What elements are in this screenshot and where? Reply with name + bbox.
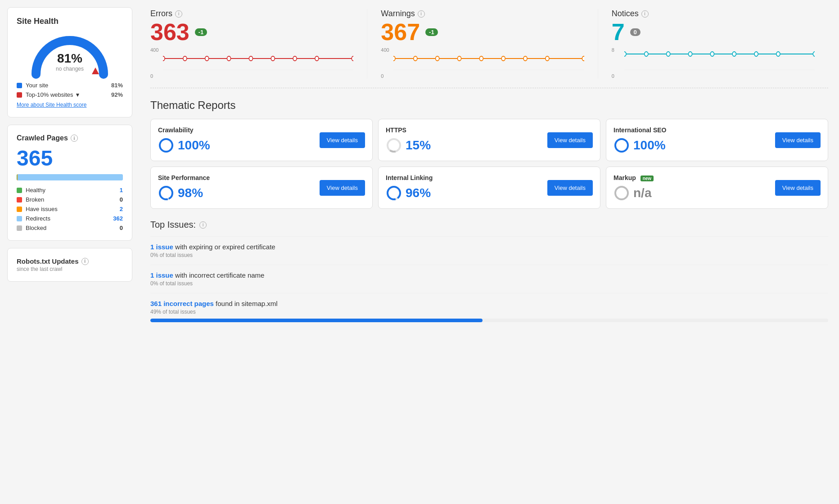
svg-point-20 [523, 56, 527, 61]
issues-list: 1 issue with expiring or expired certifi… [150, 236, 828, 328]
warnings-sparkline-svg [393, 47, 584, 79]
report-https-name: HTTPS [386, 126, 431, 134]
issue-1-link[interactable]: 1 issue [150, 243, 173, 251]
dot-issues [17, 207, 22, 212]
crawled-pages-card: Crawled Pages i 365 Healthy 1 [7, 125, 132, 241]
svg-point-7 [249, 56, 253, 61]
issue-3-sub: 49% of total issues [150, 309, 828, 315]
site-health-card: Site Health 81% no changes [7, 7, 132, 117]
reports-grid: Crawlability 100% View details HTTPS [150, 119, 828, 209]
svg-point-15 [414, 56, 417, 61]
svg-point-39 [160, 187, 172, 199]
your-site-label: Your site [26, 82, 48, 89]
issue-2-link[interactable]: 1 issue [150, 271, 173, 279]
report-markup: Markup new n/a View details [606, 166, 828, 209]
warnings-block: Warnings i 367 -1 400 0 [381, 9, 598, 79]
warnings-label: Warnings i [381, 9, 584, 18]
gauge-text: 81% no changes [17, 51, 123, 72]
gauge-container: 81% no changes [17, 32, 123, 76]
internal-linking-view-btn[interactable]: View details [547, 180, 593, 196]
svg-point-42 [615, 187, 628, 199]
crawled-legend: Healthy 1 Broken 0 Have issues [17, 187, 123, 231]
svg-point-21 [546, 56, 549, 61]
thematic-reports-title: Thematic Reports [150, 99, 828, 112]
legend-have-issues: Have issues 2 [17, 206, 123, 212]
top10-value: 92% [111, 91, 123, 98]
notices-label: Notices i [612, 9, 815, 18]
errors-info-icon[interactable]: i [175, 10, 182, 18]
svg-point-35 [388, 139, 400, 152]
markup-view-btn[interactable]: View details [775, 180, 821, 196]
svg-point-6 [227, 56, 230, 61]
errors-badge: -1 [195, 28, 207, 36]
internal-linking-circle [386, 185, 402, 201]
svg-point-18 [480, 56, 483, 61]
crawled-pages-info-icon[interactable]: i [71, 135, 78, 142]
notices-sparkline-svg [624, 47, 815, 79]
issue-1-sub: 0% of total issues [150, 252, 828, 258]
report-site-perf-score: 98% [158, 185, 210, 201]
issue-3-progress-container [150, 319, 828, 322]
top-issues-info-icon[interactable]: i [199, 221, 207, 229]
legend-blocked: Blocked 0 [17, 225, 123, 231]
issue-3-progress-fill [150, 319, 483, 322]
report-internal-linking-name: Internal Linking [386, 174, 433, 181]
report-crawlability-name: Crawlability [158, 126, 210, 134]
notices-value: 7 0 [612, 20, 815, 44]
https-view-btn[interactable]: View details [547, 132, 593, 148]
report-crawlability-score: 100% [158, 137, 210, 153]
warnings-badge: -1 [425, 28, 438, 36]
svg-point-9 [293, 56, 297, 61]
top-issues-title: Top Issues: i [150, 220, 828, 230]
svg-point-10 [315, 56, 319, 61]
report-internal-linking-score: 96% [386, 185, 433, 201]
robots-title: Robots.txt Updates i [17, 257, 123, 265]
warnings-info-icon[interactable]: i [418, 10, 425, 18]
legend-broken: Broken 0 [17, 196, 123, 203]
robots-subtitle: since the last crawl [17, 266, 123, 272]
gauge-label: no changes [17, 66, 123, 72]
markup-new-badge: new [641, 176, 654, 181]
metrics-row: Errors i 363 -1 400 0 [150, 9, 828, 88]
issue-3-link[interactable]: 361 incorrect pages [150, 300, 214, 307]
notices-sparkline: 8 0 [612, 47, 815, 79]
intl-seo-view-btn[interactable]: View details [775, 132, 821, 148]
svg-point-34 [160, 139, 172, 152]
dot-blocked [17, 225, 22, 231]
warnings-value: 367 -1 [381, 20, 584, 44]
svg-point-28 [688, 52, 692, 56]
svg-point-25 [624, 52, 626, 56]
crawlability-view-btn[interactable]: View details [320, 132, 365, 148]
errors-block: Errors i 363 -1 400 0 [150, 9, 367, 79]
errors-label: Errors i [150, 9, 353, 18]
svg-point-11 [352, 56, 353, 61]
https-circle [386, 137, 402, 153]
issue-1-text: 1 issue with expiring or expired certifi… [150, 243, 828, 251]
svg-point-32 [776, 52, 780, 56]
site-perf-view-btn[interactable]: View details [320, 180, 365, 196]
svg-point-30 [732, 52, 736, 56]
svg-point-19 [501, 56, 505, 61]
site-legend: Your site 81% Top-10% websites ▼ 92% [17, 82, 123, 98]
more-about-site-health-link[interactable]: More about Site Health score [17, 102, 123, 108]
report-internal-linking: Internal Linking 96% View details [378, 166, 600, 209]
notices-info-icon[interactable]: i [641, 10, 649, 18]
issue-2-sub: 0% of total issues [150, 280, 828, 287]
issue-1: 1 issue with expiring or expired certifi… [150, 236, 828, 265]
svg-point-37 [615, 139, 628, 152]
your-site-value: 81% [111, 82, 123, 89]
report-crawlability: Crawlability 100% View details [150, 119, 373, 161]
issue-3-text: 361 incorrect pages found in sitemap.xml [150, 300, 828, 307]
report-intl-seo: International SEO 100% View details [606, 119, 828, 161]
report-site-perf-name: Site Performance [158, 174, 210, 181]
issue-2: 1 issue with incorrect certificate name … [150, 265, 828, 293]
legend-redirects: Redirects 362 [17, 215, 123, 222]
errors-sparkline: 400 0 [150, 47, 353, 79]
svg-point-29 [710, 52, 714, 56]
notices-block: Notices i 7 0 8 0 [612, 9, 828, 79]
legend-healthy: Healthy 1 [17, 187, 123, 194]
crawled-bar [17, 174, 123, 180]
gauge-percent: 81% [17, 51, 123, 66]
robots-info-icon[interactable]: i [81, 258, 89, 265]
main-content: Errors i 363 -1 400 0 [140, 0, 839, 504]
